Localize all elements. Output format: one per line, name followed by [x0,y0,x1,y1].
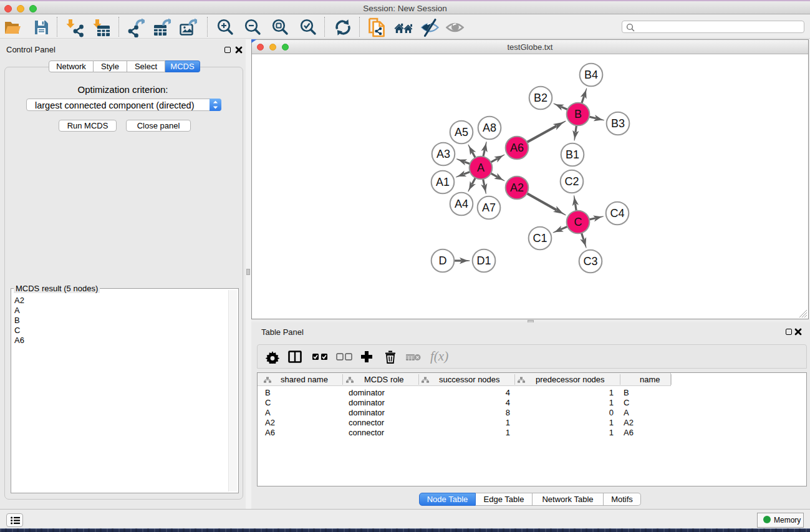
svg-text:C1: C1 [533,232,547,244]
svg-text:B: B [574,108,582,120]
svg-text:B2: B2 [534,92,547,104]
svg-text:A6: A6 [510,142,524,154]
svg-text:C2: C2 [564,175,579,188]
svg-text:B1: B1 [566,148,579,161]
svg-text:C4: C4 [610,207,624,220]
svg-text:D: D [439,254,447,267]
svg-text:A8: A8 [483,122,496,134]
svg-text:C: C [574,216,582,228]
svg-text:A: A [477,162,485,174]
svg-text:B3: B3 [611,117,625,130]
svg-text:D1: D1 [476,254,491,267]
svg-text:A1: A1 [436,176,450,188]
svg-text:A7: A7 [482,201,496,214]
svg-text:A2: A2 [510,181,524,194]
svg-text:B4: B4 [584,69,598,81]
svg-text:A3: A3 [436,148,450,160]
svg-text:C3: C3 [583,255,597,268]
svg-text:A5: A5 [455,126,468,138]
svg-text:A4: A4 [455,198,468,210]
